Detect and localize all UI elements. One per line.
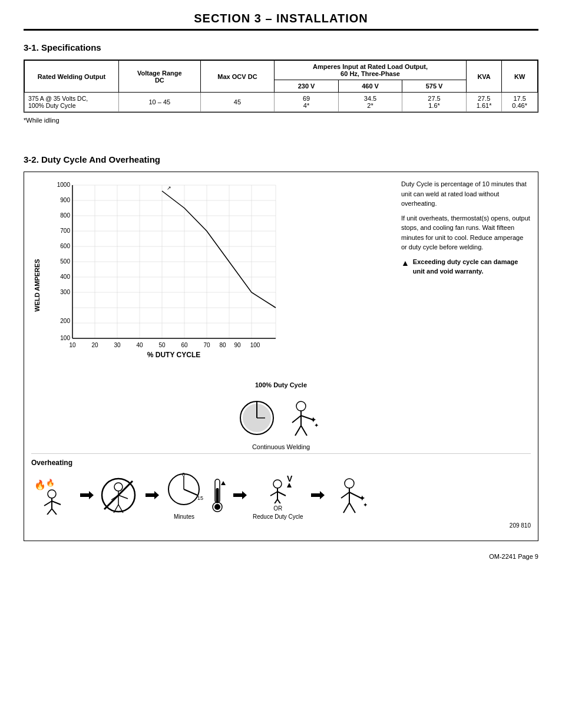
chart-svg: WELD AMPERES (31, 179, 285, 362)
cell-kva-val: 27.51.61* (466, 93, 502, 112)
section-31-heading: 3-1. Specifications (24, 42, 538, 52)
duty-cycle-chart: WELD AMPERES (31, 179, 389, 364)
no-welding-svg (100, 476, 138, 515)
minutes-label: Minutes (174, 513, 194, 520)
table-footnote: *While idling (24, 116, 538, 125)
svg-line-63 (52, 509, 57, 515)
overheating-section: Overheating 🔥 🔥 (31, 454, 531, 533)
svg-line-96 (341, 492, 349, 498)
svg-point-48 (296, 401, 306, 411)
svg-text:30: 30 (114, 342, 121, 348)
svg-text:V: V (287, 474, 293, 483)
welding-ok-svg: ✦ ✦ (330, 475, 375, 516)
svg-text:🔥: 🔥 (34, 479, 46, 490)
warning-triangle-icon: ▲ (401, 257, 409, 276)
svg-text:↗: ↗ (167, 185, 171, 191)
svg-text:900: 900 (60, 197, 70, 203)
svg-marker-92 (287, 483, 292, 487)
arrow-3 (230, 486, 248, 504)
clock-icon-svg (238, 399, 276, 437)
clock-icon-item (238, 399, 276, 437)
svg-line-90 (277, 499, 282, 503)
col-kva: KVA (466, 61, 502, 93)
svg-marker-83 (221, 481, 226, 485)
svg-line-53 (301, 426, 307, 436)
warning-message: Exceeding duty cycle can damage unit and… (413, 257, 531, 276)
svg-line-87 (270, 492, 277, 496)
svg-point-82 (214, 504, 220, 510)
svg-line-88 (277, 492, 286, 496)
spec-table-wrapper: Rated Welding Output Voltage RangeDC Max… (24, 60, 538, 113)
table-row: 375 A @ 35 Volts DC,100% Duty Cycle 10 –… (25, 93, 538, 112)
arrow-right-svg-3 (230, 486, 248, 504)
col-voltage-range: Voltage RangeDC (119, 61, 201, 93)
thermometer-icon (208, 476, 226, 515)
svg-text:90: 90 (234, 342, 241, 348)
svg-text:🔥: 🔥 (46, 478, 55, 487)
warning-text: ▲ Exceeding duty cycle can damage unit a… (401, 257, 531, 276)
section-title: SECTION 3 – INSTALLATION (24, 12, 538, 31)
welder-icon-100: ✦ ✦ (283, 399, 325, 437)
duty100-label: 100% Duty Cycle (255, 381, 307, 388)
svg-text:10: 10 (69, 342, 76, 348)
svg-text:100: 100 (60, 335, 70, 341)
overheating-icons-row: 🔥 🔥 (31, 470, 531, 520)
chart-side-text: Duty Cycle is percentage of 10 minutes t… (401, 179, 531, 364)
figure-number: 209 810 (31, 522, 531, 529)
svg-rect-80 (216, 488, 219, 503)
duty100-diagram-row: ✦ ✦ (238, 393, 325, 443)
col-460v: 460 V (338, 80, 402, 93)
svg-text:40: 40 (136, 342, 143, 348)
svg-text:1000: 1000 (57, 182, 71, 188)
cell-max-ocv: 45 (200, 93, 275, 112)
col-amperes-header: Amperes Input at Rated Load Output,60 Hz… (275, 61, 467, 80)
arrow-2 (143, 486, 160, 504)
arrow-right-svg-4 (308, 486, 326, 504)
continuous-welding-section: 100% Duty Cycle (31, 375, 531, 454)
reduce-voltage-svg: V (259, 471, 297, 503)
continuous-welding-label: Continuous Welding (252, 443, 310, 450)
col-kw: KW (502, 61, 538, 93)
clock-15min-item: 0 15 Minutes (165, 470, 203, 520)
svg-text:80: 80 (219, 342, 226, 348)
svg-line-89 (273, 499, 277, 503)
section-32-content: WELD AMPERES (24, 172, 538, 541)
clock-15min-svg: 0 15 (165, 470, 203, 512)
welding-ok-icon: ✦ ✦ (330, 475, 375, 516)
svg-text:50: 50 (158, 342, 166, 348)
svg-line-99 (349, 503, 355, 513)
page-number: OM-2241 Page 9 (24, 553, 538, 560)
svg-text:300: 300 (60, 289, 70, 295)
col-575v: 575 V (402, 80, 467, 93)
svg-point-66 (114, 483, 123, 491)
side-text-1: Duty Cycle is percentage of 10 minutes t… (401, 179, 531, 209)
svg-line-62 (47, 509, 52, 515)
svg-point-58 (48, 490, 56, 498)
arrow-right-svg-1 (77, 486, 95, 504)
svg-text:700: 700 (60, 228, 70, 234)
cell-460v-val: 34.52* (338, 93, 402, 112)
arrow-4 (308, 486, 326, 504)
svg-marker-73 (146, 491, 159, 499)
cell-575v-val: 27.51.6* (402, 93, 467, 112)
hot-welder-svg: 🔥 🔥 (31, 476, 72, 515)
svg-text:600: 600 (60, 243, 70, 249)
svg-text:20: 20 (91, 342, 98, 348)
svg-text:✦: ✦ (314, 422, 319, 429)
cell-voltage: 10 – 45 (119, 93, 201, 112)
svg-line-60 (44, 501, 52, 506)
svg-marker-84 (233, 491, 247, 499)
svg-text:15: 15 (197, 495, 203, 501)
svg-text:60: 60 (181, 342, 188, 348)
hot-welder-icon: 🔥 🔥 (31, 476, 72, 515)
reduce-duty-cycle-label: Reduce Duty Cycle (253, 513, 303, 520)
svg-line-69 (118, 495, 128, 499)
thermometer-svg (208, 476, 226, 515)
svg-text:800: 800 (60, 212, 70, 219)
svg-marker-93 (311, 491, 325, 499)
svg-text:100: 100 (250, 342, 260, 348)
svg-text:200: 200 (60, 318, 70, 324)
svg-text:400: 400 (60, 274, 70, 280)
reduce-options: V OR Reduce Duty Cycle (253, 471, 303, 520)
col-max-ocv: Max OCV DC (200, 61, 275, 93)
